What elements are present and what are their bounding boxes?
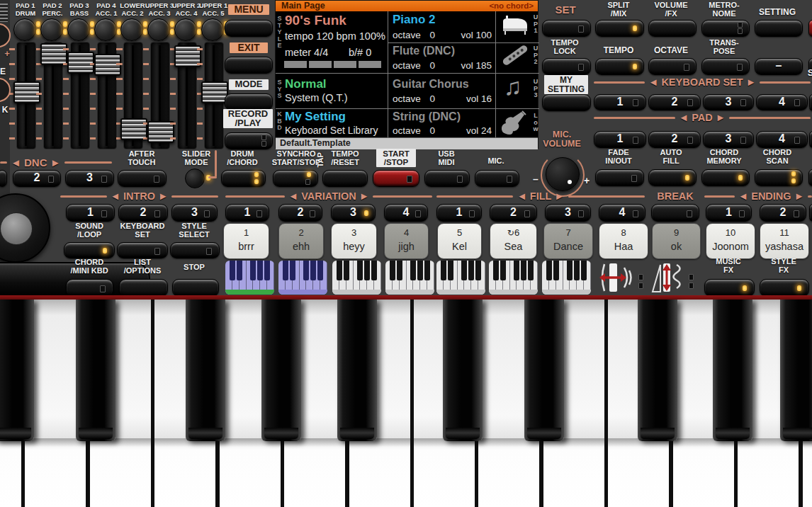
intro-2-button[interactable]: 2 (118, 204, 168, 222)
start-stop-button[interactable] (373, 170, 419, 187)
pad-4-button[interactable]: 4 (756, 131, 808, 148)
keyboard-set-4-button[interactable]: 4 (756, 94, 808, 110)
slider-mode-knob[interactable] (185, 169, 205, 188)
keyboard-set-1-button[interactable]: 1 (594, 94, 646, 110)
after-touch-button[interactable] (118, 170, 167, 187)
keyboard-set-button[interactable] (117, 242, 168, 258)
mic-volume-knob[interactable] (546, 157, 580, 191)
piano-black-key[interactable] (638, 300, 677, 441)
style-tile[interactable]: 1brrr (223, 223, 269, 259)
style-tile[interactable]: 10Joonom (706, 223, 755, 259)
edge-button-fragment[interactable] (808, 169, 812, 186)
style-tile[interactable]: 11yashasa (760, 223, 809, 259)
edge-red-button-fragment[interactable] (808, 20, 812, 37)
stop-button[interactable] (172, 279, 219, 297)
tempo-button[interactable] (595, 58, 644, 75)
style-tile[interactable]: 3heyy (331, 223, 377, 259)
piano-black-key[interactable] (713, 300, 752, 441)
piano-black-key[interactable] (524, 300, 564, 441)
style-tile[interactable]: 5Kel (437, 223, 482, 259)
mini-keyboard[interactable] (385, 261, 434, 295)
transpose-button[interactable] (701, 58, 750, 75)
fill-4-button[interactable]: 4 (599, 204, 645, 222)
mixer-knob[interactable] (94, 18, 117, 41)
variation-4-button[interactable]: 4 (384, 204, 428, 222)
piano-black-key[interactable] (443, 300, 483, 441)
edge-button-fragment[interactable] (809, 131, 812, 148)
intro-1-button[interactable]: 1 (66, 204, 115, 222)
ending-1-button[interactable]: 1 (706, 204, 752, 222)
synchro-start-stop-button[interactable] (273, 170, 318, 187)
auto-fill-button[interactable] (648, 169, 697, 186)
style-tile[interactable]: 2ehh (278, 223, 324, 259)
mini-keyboard[interactable] (278, 261, 327, 295)
dnc-2-button[interactable]: 2 (13, 170, 61, 187)
sound-loop-button[interactable] (64, 242, 115, 258)
piano-black-key[interactable] (261, 300, 301, 441)
mixer-knob[interactable] (67, 18, 90, 41)
fill-3-button[interactable]: 3 (545, 204, 591, 222)
style-tile[interactable]: ↻6 Sea (490, 223, 537, 259)
mini-keyboard[interactable] (436, 261, 485, 295)
break-button[interactable] (651, 204, 699, 222)
record-play-button[interactable] (225, 132, 273, 149)
tempo-lock-button[interactable] (542, 58, 591, 75)
mixer-knob[interactable] (201, 18, 224, 41)
exit-button[interactable] (225, 57, 273, 74)
variation-3-button[interactable]: 3 (331, 204, 376, 222)
piano-black-key[interactable] (0, 300, 34, 441)
sys-name[interactable]: Normal (285, 77, 327, 91)
style-name[interactable]: 90's Funk (285, 13, 346, 28)
dnc-1-button-fragment[interactable] (0, 170, 7, 187)
list-options-button[interactable] (119, 279, 168, 297)
style-tile[interactable]: 8Haa (599, 223, 648, 259)
metronome-button[interactable] (701, 20, 750, 37)
fill-1-button[interactable]: 1 (436, 204, 482, 222)
mini-keyboard[interactable] (225, 261, 274, 295)
variation-1-button[interactable]: 1 (225, 204, 269, 222)
style-tile[interactable]: 7Dance (543, 223, 593, 259)
chord-mini-kbd-button[interactable] (66, 279, 113, 297)
menu-button[interactable] (225, 20, 273, 37)
modulation-button[interactable] (597, 261, 636, 295)
octave-button[interactable] (648, 58, 697, 75)
drum-chord-button[interactable] (221, 170, 266, 187)
volume-fx-button[interactable] (648, 20, 697, 37)
piano-black-key[interactable] (337, 300, 377, 441)
piano-black-key[interactable] (76, 300, 115, 441)
setting-button[interactable] (755, 20, 803, 37)
joystick-cap[interactable] (0, 212, 33, 245)
ending-2-button[interactable]: 2 (760, 204, 806, 222)
mixer-knob[interactable] (120, 18, 143, 41)
set-button[interactable] (542, 20, 591, 37)
style-select-button[interactable] (170, 242, 220, 258)
style-tempo[interactable]: tempo 120 bpm 100% (285, 30, 385, 42)
keyboard-set-3-button[interactable]: 3 (703, 94, 754, 110)
mic-button[interactable] (475, 170, 519, 187)
fill-2-button[interactable]: 2 (490, 204, 537, 222)
mini-keyboard[interactable] (542, 261, 591, 295)
mini-keyboard[interactable] (489, 261, 538, 295)
style-tile[interactable]: 9ok (652, 223, 701, 259)
mixer-knob[interactable] (147, 18, 170, 41)
style-tile[interactable]: 4jigh (384, 223, 429, 259)
intro-3-button[interactable]: 3 (171, 204, 218, 222)
pad-3-button[interactable]: 3 (703, 131, 754, 148)
fade-in-out-button[interactable] (595, 169, 644, 186)
kbd-name[interactable]: My Setting (285, 110, 346, 124)
piano-black-key[interactable] (780, 300, 812, 441)
pitch-bend-button[interactable] (650, 261, 685, 295)
dnc-3-button[interactable]: 3 (65, 170, 114, 187)
edge-button-fragment[interactable] (809, 204, 812, 222)
split-mix-button[interactable] (595, 20, 644, 37)
mixer-knob[interactable] (40, 18, 63, 41)
mini-keyboard[interactable] (332, 261, 381, 295)
variation-2-button[interactable]: 2 (278, 204, 322, 222)
tempo-reset-button[interactable] (322, 170, 368, 187)
style-fx-button[interactable] (760, 279, 809, 297)
pad-1-button[interactable]: 1 (594, 131, 646, 148)
edge-button-fragment[interactable] (809, 94, 812, 111)
keyboard-set-2-button[interactable]: 2 (648, 94, 701, 110)
pad-2-button[interactable]: 2 (648, 131, 701, 148)
usb-midi-button[interactable] (424, 170, 470, 187)
